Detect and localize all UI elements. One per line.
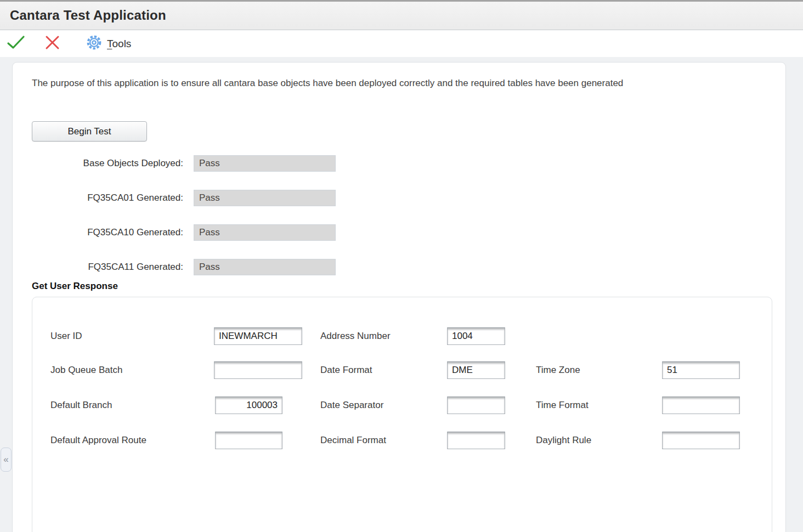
user-id-input[interactable] xyxy=(214,327,302,345)
default-branch-input[interactable] xyxy=(215,397,282,414)
status-value-field: Pass xyxy=(194,155,336,172)
date-separator-input[interactable] xyxy=(447,397,505,414)
daylight-rule-input[interactable] xyxy=(662,432,740,449)
main-panel: The purpose of this application is to en… xyxy=(12,62,786,532)
get-user-response-groupbox: User ID Address Number Job Queue Batch D… xyxy=(32,297,772,532)
x-mark-icon xyxy=(44,35,61,52)
job-queue-batch-label: Job Queue Batch xyxy=(50,365,122,376)
default-branch-label: Default Branch xyxy=(50,400,112,411)
time-format-input[interactable] xyxy=(662,397,740,414)
default-approval-route-label: Default Approval Route xyxy=(50,435,146,446)
time-zone-input[interactable] xyxy=(662,361,740,379)
status-row-fq35ca10: FQ35CA10 Generated: Pass xyxy=(32,224,336,241)
status-value-field: Pass xyxy=(194,224,336,241)
time-format-label: Time Format xyxy=(536,400,589,411)
checkmark-icon xyxy=(7,35,25,52)
date-separator-label: Date Separator xyxy=(320,400,383,411)
ok-button[interactable] xyxy=(2,33,30,55)
status-row-fq35ca11: FQ35CA11 Generated: Pass xyxy=(32,259,336,275)
time-zone-label: Time Zone xyxy=(536,365,580,376)
title-bar: Cantara Test Application xyxy=(0,0,803,30)
cancel-button[interactable] xyxy=(39,33,65,55)
address-number-label: Address Number xyxy=(320,331,391,342)
status-label: FQ35CA11 Generated: xyxy=(32,262,194,273)
job-queue-batch-input[interactable] xyxy=(214,361,302,379)
decimal-format-label: Decimal Format xyxy=(320,435,386,446)
section-title-get-user-response: Get User Response xyxy=(32,281,118,292)
date-format-label: Date Format xyxy=(320,365,372,376)
gear-icon xyxy=(86,35,102,53)
status-label: Base Objects Deployed: xyxy=(32,158,194,169)
status-label: FQ35CA01 Generated: xyxy=(32,193,194,203)
toolbar: Tools xyxy=(0,31,803,56)
daylight-rule-label: Daylight Rule xyxy=(536,435,591,446)
app-description: The purpose of this application is to en… xyxy=(32,77,745,89)
status-label: FQ35CA10 Generated: xyxy=(32,227,194,238)
double-chevron-left-icon: « xyxy=(3,454,8,465)
status-value-field: Pass xyxy=(194,259,336,275)
status-row-fq35ca01: FQ35CA01 Generated: Pass xyxy=(32,190,336,206)
user-id-label: User ID xyxy=(50,331,82,342)
window-title: Cantara Test Application xyxy=(0,2,803,29)
decimal-format-input[interactable] xyxy=(447,432,505,449)
begin-test-button[interactable]: Begin Test xyxy=(32,121,147,142)
workspace: The purpose of this application is to en… xyxy=(0,57,803,532)
status-row-base-objects: Base Objects Deployed: Pass xyxy=(32,155,336,172)
default-approval-route-input[interactable] xyxy=(215,432,282,449)
date-format-input[interactable] xyxy=(447,361,505,379)
sidebar-collapse-button[interactable]: « xyxy=(1,448,12,472)
tools-menu-label: Tools xyxy=(107,38,131,50)
status-value-field: Pass xyxy=(194,190,336,206)
tools-menu-button[interactable]: Tools xyxy=(82,33,135,55)
address-number-input[interactable] xyxy=(447,327,505,345)
